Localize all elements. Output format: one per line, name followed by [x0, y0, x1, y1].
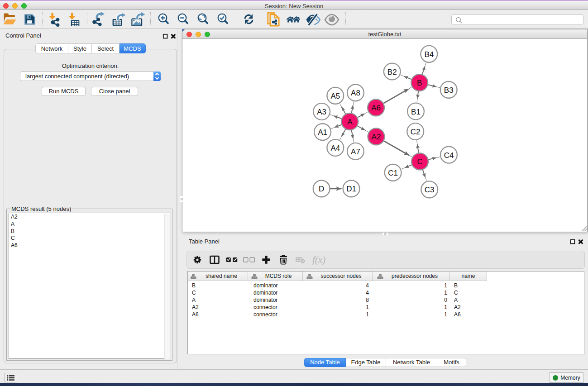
svg-text:A7: A7 — [351, 148, 360, 156]
svg-text:f(x): f(x) — [312, 254, 325, 265]
svg-text:A6: A6 — [371, 104, 381, 112]
svg-text:D: D — [319, 185, 324, 193]
svg-text:C: C — [417, 157, 422, 166]
svg-text:A: A — [347, 118, 353, 126]
svg-text:C4: C4 — [444, 151, 454, 160]
svg-text:A5: A5 — [330, 92, 340, 100]
svg-text:C2: C2 — [411, 128, 421, 136]
svg-text:A2: A2 — [372, 133, 381, 141]
svg-text:A1: A1 — [318, 128, 327, 137]
svg-text:C1: C1 — [388, 169, 398, 177]
svg-text:D1: D1 — [346, 185, 356, 193]
svg-text:C3: C3 — [425, 186, 435, 194]
svg-text:B: B — [417, 79, 422, 87]
svg-text:A8: A8 — [351, 89, 360, 97]
svg-text:B4: B4 — [424, 50, 434, 59]
svg-text:B1: B1 — [411, 108, 421, 116]
svg-text:A4: A4 — [330, 144, 340, 152]
svg-text:B3: B3 — [444, 86, 454, 95]
svg-text:A3: A3 — [317, 108, 326, 116]
svg-text:B2: B2 — [387, 68, 397, 76]
